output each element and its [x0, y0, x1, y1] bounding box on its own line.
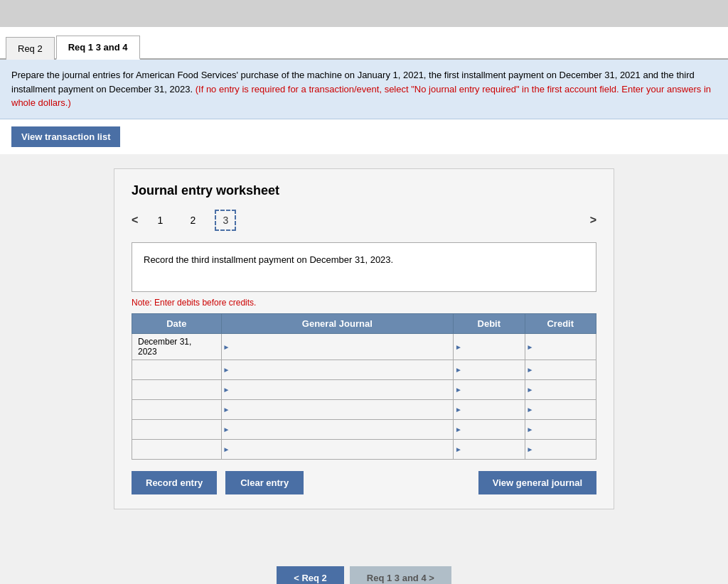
debit-cell-0[interactable]: ► — [454, 333, 525, 359]
arrow-indicator-credit-2: ► — [527, 386, 534, 394]
credit-cell-4[interactable]: ► — [525, 419, 596, 439]
journal-table: Date General Journal Debit Credit Decemb… — [132, 313, 596, 460]
page-3[interactable]: 3 — [215, 210, 236, 231]
debit-cell-2[interactable]: ► — [454, 379, 525, 399]
credit-input-2[interactable] — [525, 380, 596, 399]
debit-cell-1[interactable]: ► — [454, 359, 525, 379]
table-row: December 31,2023 ► ► ► — [132, 333, 596, 359]
view-transaction-button[interactable]: View transaction list — [11, 126, 120, 147]
date-cell-2 — [132, 379, 222, 399]
col-header-credit: Credit — [525, 313, 596, 333]
journal-input-1[interactable] — [222, 360, 454, 379]
action-btn-row: Record entry Clear entry View general jo… — [132, 471, 596, 494]
date-cell-3 — [132, 399, 222, 419]
table-row: ► ► ► — [132, 419, 596, 439]
instructions-panel: Prepare the journal entries for American… — [0, 60, 728, 119]
clear-entry-button[interactable]: Clear entry — [225, 471, 304, 494]
credit-input-4[interactable] — [525, 420, 596, 439]
arrow-indicator-1: ► — [223, 366, 230, 374]
arrow-indicator-debit-0: ► — [455, 342, 462, 350]
arrow-indicator-credit-4: ► — [527, 426, 534, 433]
journal-input-0[interactable] — [222, 334, 454, 359]
entry-instruction-box: Record the third installment payment on … — [132, 242, 596, 292]
credit-cell-5[interactable]: ► — [525, 439, 596, 459]
credit-cell-1[interactable]: ► — [525, 359, 596, 379]
credit-cell-3[interactable]: ► — [525, 399, 596, 419]
arrow-indicator-3: ► — [223, 406, 230, 413]
debit-cell-5[interactable]: ► — [454, 439, 525, 459]
arrow-indicator-credit-1: ► — [527, 366, 534, 374]
page-2[interactable]: 2 — [182, 210, 203, 231]
debit-input-0[interactable] — [454, 334, 524, 359]
journal-input-3[interactable] — [222, 400, 454, 419]
journal-input-5[interactable] — [222, 440, 454, 459]
arrow-indicator-debit-1: ► — [455, 366, 462, 374]
credit-input-1[interactable] — [525, 360, 596, 379]
arrow-indicator-2: ► — [223, 386, 230, 394]
debit-input-4[interactable] — [454, 420, 524, 439]
journal-cell-1[interactable]: ► — [221, 359, 454, 379]
arrow-indicator-credit-3: ► — [527, 406, 534, 413]
credit-cell-2[interactable]: ► — [525, 379, 596, 399]
arrow-indicator-debit-5: ► — [455, 445, 462, 453]
journal-cell-4[interactable]: ► — [221, 419, 454, 439]
instructions-red-text1: (If no entry is required for a transacti… — [196, 84, 619, 94]
arrow-indicator-4: ► — [223, 426, 230, 433]
tab-req2[interactable]: Req 2 — [6, 37, 55, 60]
credit-input-3[interactable] — [525, 400, 596, 419]
journal-cell-2[interactable]: ► — [221, 379, 454, 399]
next-nav-button[interactable]: Req 1 3 and 4 > — [350, 566, 451, 585]
debit-cell-3[interactable]: ► — [454, 399, 525, 419]
credit-input-5[interactable] — [525, 440, 596, 459]
journal-cell-5[interactable]: ► — [221, 439, 454, 459]
arrow-indicator-credit-0: ► — [527, 342, 534, 350]
main-content: Journal entry worksheet < 1 2 3 > Record… — [0, 154, 728, 552]
view-general-journal-button[interactable]: View general journal — [478, 471, 596, 494]
next-page-arrow[interactable]: > — [590, 214, 596, 227]
date-cell-0: December 31,2023 — [132, 333, 222, 359]
prev-nav-button[interactable]: < Req 2 — [277, 566, 344, 585]
bottom-nav: < Req 2 Req 1 3 and 4 > — [0, 552, 728, 585]
table-row: ► ► ► — [132, 439, 596, 459]
debit-input-2[interactable] — [454, 380, 524, 399]
tab-req1-3-4[interactable]: Req 1 3 and 4 — [56, 36, 140, 60]
col-header-journal: General Journal — [221, 313, 454, 333]
arrow-indicator: ► — [223, 342, 230, 350]
prev-page-arrow[interactable]: < — [132, 214, 138, 227]
entry-instruction-text: Record the third installment payment on … — [144, 254, 393, 265]
date-cell-5 — [132, 439, 222, 459]
tab-bar: Req 2 Req 1 3 and 4 — [0, 27, 728, 60]
col-header-date: Date — [132, 313, 222, 333]
journal-input-2[interactable] — [222, 380, 454, 399]
note-text: Note: Enter debits before credits. — [132, 298, 596, 308]
credit-input-0[interactable] — [525, 334, 596, 359]
record-entry-button[interactable]: Record entry — [132, 471, 217, 494]
journal-input-4[interactable] — [222, 420, 454, 439]
worksheet-title: Journal entry worksheet — [132, 183, 596, 198]
table-row: ► ► ► — [132, 399, 596, 419]
arrow-indicator-debit-4: ► — [455, 426, 462, 433]
credit-cell-0[interactable]: ► — [525, 333, 596, 359]
top-bar — [0, 0, 728, 27]
arrow-indicator-debit-3: ► — [455, 406, 462, 413]
journal-cell-3[interactable]: ► — [221, 399, 454, 419]
view-btn-area: View transaction list — [0, 119, 728, 154]
debit-input-5[interactable] — [454, 440, 524, 459]
journal-cell-0[interactable]: ► — [221, 333, 454, 359]
debit-cell-4[interactable]: ► — [454, 419, 525, 439]
arrow-indicator-debit-2: ► — [455, 386, 462, 394]
table-row: ► ► ► — [132, 359, 596, 379]
col-header-debit: Debit — [454, 313, 525, 333]
pagination: < 1 2 3 > — [132, 210, 596, 231]
date-cell-1 — [132, 359, 222, 379]
worksheet-card: Journal entry worksheet < 1 2 3 > Record… — [114, 168, 614, 509]
date-cell-4 — [132, 419, 222, 439]
debit-input-3[interactable] — [454, 400, 524, 419]
debit-input-1[interactable] — [454, 360, 524, 379]
table-row: ► ► ► — [132, 379, 596, 399]
page-1[interactable]: 1 — [149, 210, 171, 231]
arrow-indicator-credit-5: ► — [527, 445, 534, 453]
arrow-indicator-5: ► — [223, 445, 230, 453]
